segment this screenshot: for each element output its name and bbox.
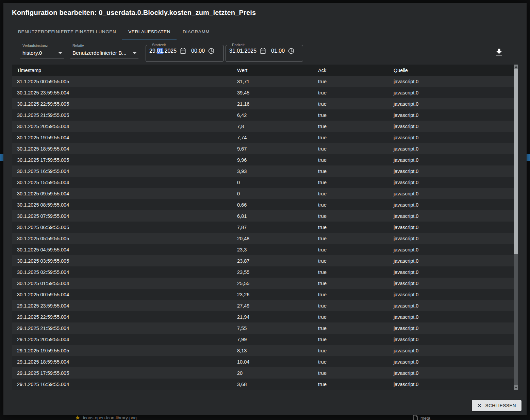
cell-timestamp: 29.1.2025 18:59:55.004 xyxy=(12,356,232,367)
close-icon: ✕ xyxy=(477,402,482,409)
table-row: 30.1.2025 08:59:55.0040,66truejavascript… xyxy=(12,199,514,210)
cell-ack: true xyxy=(313,311,388,322)
download-icon[interactable] xyxy=(494,48,504,58)
table-scrollbar[interactable] xyxy=(514,65,518,390)
scrollbar-down-arrow[interactable] xyxy=(514,385,518,390)
cell-ack: true xyxy=(313,300,388,311)
cell-wert: 7,8 xyxy=(232,121,313,132)
cell-ack: true xyxy=(313,210,388,222)
cell-ack: true xyxy=(313,132,388,143)
cell-timestamp: 30.1.2025 15:59:55.004 xyxy=(12,177,232,188)
tab-label: DIAGRAMM xyxy=(183,29,210,34)
cell-ack: true xyxy=(313,334,388,345)
cell-timestamp: 30.1.2025 09:59:55.004 xyxy=(12,188,232,199)
cell-quelle: javascript.0 xyxy=(388,356,514,367)
close-button[interactable]: ✕ SCHLIESSEN xyxy=(472,400,521,411)
tab-custom-settings[interactable]: BENUTZERDEFINIERTE EINSTELLUNGEN xyxy=(12,24,122,39)
calendar-icon[interactable] xyxy=(180,48,186,54)
cell-quelle: javascript.0 xyxy=(388,132,514,143)
cell-wert: 20,48 xyxy=(232,233,313,244)
cell-quelle: javascript.0 xyxy=(388,233,514,244)
cell-quelle: javascript.0 xyxy=(388,345,514,356)
history-table-container: Timestamp Wert Ack Quelle 31.1.2025 00:5… xyxy=(12,65,518,390)
cell-wert: 23,87 xyxy=(232,255,313,266)
start-date-input[interactable]: 29.01.2025 xyxy=(149,48,177,54)
calendar-icon[interactable] xyxy=(260,48,266,54)
cell-ack: true xyxy=(313,87,388,98)
cell-timestamp: 30.1.2025 19:59:55.004 xyxy=(12,132,232,143)
cell-timestamp: 30.1.2025 20:59:55.004 xyxy=(12,121,232,132)
cell-wert: 9,67 xyxy=(232,143,313,154)
tab-history-data[interactable]: VERLAUFSDATEN xyxy=(122,24,177,39)
table-row: 29.1.2025 18:59:55.00410,04truejavascrip… xyxy=(12,356,514,367)
cell-wert: 0 xyxy=(232,177,313,188)
tab-label: BENUTZERDEFINIERTE EINSTELLUNGEN xyxy=(18,29,116,34)
end-time-input[interactable]: 01:00 xyxy=(271,48,285,54)
cell-timestamp: 30.1.2025 16:59:55.004 xyxy=(12,165,232,177)
cell-quelle: javascript.0 xyxy=(388,322,514,334)
background-file-item: meta xyxy=(413,415,430,420)
chevron-down-icon xyxy=(133,52,136,54)
table-row: 30.1.2025 02:59:55.00423,55truejavascrip… xyxy=(12,266,514,278)
cell-ack: true xyxy=(313,367,388,379)
tab-diagram[interactable]: DIAGRAMM xyxy=(177,24,216,39)
table-row: 29.1.2025 17:59:55.00520truejavascript.0 xyxy=(12,367,514,379)
table-row: 30.1.2025 22:59:55.00521,16truejavascrip… xyxy=(12,98,514,109)
cell-ack: true xyxy=(313,379,388,390)
cell-timestamp: 29.1.2025 21:59:55.004 xyxy=(12,322,232,334)
cell-timestamp: 30.1.2025 23:59:55.004 xyxy=(12,87,232,98)
background-file-item: ★ icons-open-icon-library-png xyxy=(75,415,137,420)
cell-timestamp: 30.1.2025 21:59:55.005 xyxy=(12,109,232,121)
history-instance-value: history.0 xyxy=(22,50,42,56)
cell-timestamp: 29.1.2025 16:59:55.004 xyxy=(12,379,232,390)
cell-timestamp: 29.1.2025 20:59:55.004 xyxy=(12,334,232,345)
end-time-label: Endzeit xyxy=(231,43,246,47)
cell-wert: 23,26 xyxy=(232,289,313,300)
cell-quelle: javascript.0 xyxy=(388,143,514,154)
start-time-input[interactable]: 00:00 xyxy=(191,48,205,54)
table-row: 31.1.2025 00:59:55.00531,71truejavascrip… xyxy=(12,76,514,87)
cell-timestamp: 30.1.2025 01:59:55.004 xyxy=(12,278,232,289)
table-row: 30.1.2025 00:59:55.00423,26truejavascrip… xyxy=(12,289,514,300)
cell-quelle: javascript.0 xyxy=(388,87,514,98)
cell-ack: true xyxy=(313,165,388,177)
cell-timestamp: 30.1.2025 05:59:55.005 xyxy=(12,233,232,244)
cell-timestamp: 30.1.2025 04:59:55.004 xyxy=(12,244,232,255)
cell-wert: 31,71 xyxy=(232,76,313,87)
history-instance-select[interactable]: Verlaufsinstanz history.0 xyxy=(20,43,64,58)
cell-wert: 0 xyxy=(232,188,313,199)
table-row: 30.1.2025 18:59:55.0049,67truejavascript… xyxy=(12,143,514,154)
cell-quelle: javascript.0 xyxy=(388,199,514,210)
tab-label: VERLAUFSDATEN xyxy=(128,29,170,34)
cell-wert: 6,42 xyxy=(232,109,313,121)
header-quelle: Quelle xyxy=(388,65,514,76)
cell-quelle: javascript.0 xyxy=(388,266,514,278)
cell-quelle: javascript.0 xyxy=(388,188,514,199)
clock-icon[interactable] xyxy=(288,48,295,54)
table-row: 29.1.2025 23:59:55.00427,49truejavascrip… xyxy=(12,300,514,311)
clock-icon[interactable] xyxy=(208,48,215,54)
cell-wert: 10,04 xyxy=(232,356,313,367)
table-header-row: Timestamp Wert Ack Quelle xyxy=(12,65,514,76)
cell-timestamp: 30.1.2025 02:59:55.004 xyxy=(12,266,232,278)
scrollbar-up-arrow[interactable] xyxy=(514,65,518,69)
cell-quelle: javascript.0 xyxy=(388,244,514,255)
cell-quelle: javascript.0 xyxy=(388,165,514,177)
cell-quelle: javascript.0 xyxy=(388,210,514,222)
table-row: 30.1.2025 19:59:55.0047,74truejavascript… xyxy=(12,132,514,143)
table-row: 30.1.2025 04:59:55.00423,3truejavascript… xyxy=(12,244,514,255)
cell-wert: 39,45 xyxy=(232,87,313,98)
cell-ack: true xyxy=(313,322,388,334)
relative-range-select[interactable]: Relativ Benutzerdefinierter B... xyxy=(70,43,138,58)
cell-ack: true xyxy=(313,289,388,300)
header-timestamp: Timestamp xyxy=(12,65,232,76)
history-instance-label: Verlaufsinstanz xyxy=(20,43,64,48)
cell-timestamp: 30.1.2025 00:59:55.004 xyxy=(12,289,232,300)
end-date-input[interactable]: 31.01.2025 xyxy=(229,48,256,54)
cell-quelle: javascript.0 xyxy=(388,379,514,390)
cell-quelle: javascript.0 xyxy=(388,154,514,165)
scrollbar-thumb[interactable] xyxy=(514,69,518,254)
history-table: Timestamp Wert Ack Quelle 31.1.2025 00:5… xyxy=(12,65,514,390)
cell-wert: 23,55 xyxy=(232,266,313,278)
end-time-fieldset: Endzeit 31.01.2025 01:00 xyxy=(226,43,303,62)
